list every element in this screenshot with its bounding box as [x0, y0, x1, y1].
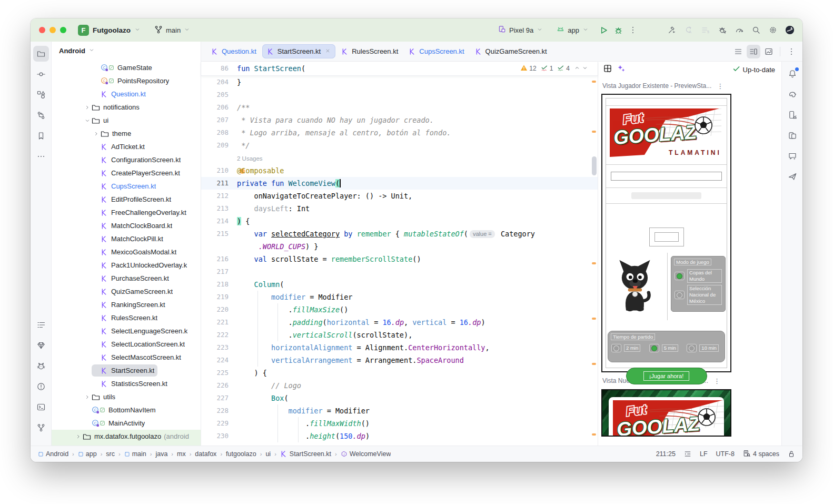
code-line[interactable]: 216 val scrollState = rememberScrollStat… [201, 253, 598, 265]
tree-item[interactable]: QuizGameScreen.kt [52, 285, 201, 298]
breadcrumb-item[interactable]: Android [38, 450, 68, 458]
code-line[interactable]: 206 /** [201, 101, 598, 114]
tool-window-bookmarks[interactable] [33, 128, 49, 144]
tree-item[interactable]: C BottomNavItem [52, 403, 201, 417]
tool-window-more-tool-windows[interactable] [33, 149, 49, 164]
tree-item[interactable]: notifications [52, 101, 201, 114]
file-encoding[interactable]: UTF-8 [716, 450, 735, 458]
refactor-code-button[interactable]: A [681, 23, 696, 37]
code-editor[interactable]: 86 fun StartScreen( 12 1 4 [201, 62, 598, 446]
code-line[interactable]: 217 [201, 265, 598, 278]
minimize-button[interactable] [49, 27, 56, 33]
breadcrumb-item[interactable]: StartScreen.kt [280, 450, 331, 458]
attach-debugger-button[interactable] [715, 23, 730, 37]
tree-item[interactable]: MatchClockBoard.kt [52, 219, 201, 232]
chevron-right-icon[interactable] [74, 433, 83, 440]
device-selector[interactable]: Pixel 9a [498, 25, 543, 35]
sticky-header-line[interactable]: 86 fun StartScreen( 12 1 4 [201, 62, 598, 76]
grid-layout-icon[interactable] [603, 64, 612, 75]
lock-open-icon[interactable] [788, 450, 795, 458]
code-line[interactable]: 229 .fillMaxWidth() [201, 417, 598, 430]
tool-window-notifications[interactable] [785, 66, 800, 82]
tree-item[interactable]: CreatePlayerScreen.kt [52, 166, 201, 180]
code-line[interactable]: 230 .height(150.dp) [201, 430, 598, 442]
tree-item[interactable]: SelectLenguageScreen.k [52, 324, 201, 338]
tree-item[interactable]: CupsScreen.kt [52, 180, 201, 193]
kebab-menu-icon[interactable]: ⋮ [713, 377, 720, 385]
task-list-button[interactable]: 5 [698, 23, 713, 37]
ai-sparkles-icon[interactable] [617, 64, 626, 75]
project-widget[interactable]: F Futgoolazo [78, 25, 141, 36]
tree-item[interactable]: Pack1UnlockedOverlay.k [52, 259, 201, 272]
tree-item[interactable]: Question.kt [52, 87, 201, 101]
tool-window-terminal[interactable] [33, 399, 49, 415]
tool-window-gradle[interactable] [785, 86, 800, 102]
tab-StartScreen.kt[interactable]: StartScreen.kt [262, 44, 335, 58]
code-line[interactable]: 205 [201, 88, 598, 101]
tree-item[interactable]: mx.datafox.futgoolazo (android [52, 430, 201, 443]
code-line[interactable]: 222 .verticalScroll(scrollState), [201, 329, 598, 341]
tool-window-logcat[interactable] [33, 358, 49, 374]
chevron-up-icon[interactable] [574, 65, 580, 73]
kebab-menu-icon[interactable]: ⋮ [717, 82, 723, 90]
code-line[interactable]: 223 horizontalAlignment = Alignment.Cent… [201, 341, 598, 354]
code-line[interactable]: 204 } [201, 76, 598, 88]
tool-window-app-quality-insights[interactable] [33, 338, 49, 353]
tree-item[interactable]: PurchaseScreen.kt [52, 272, 201, 285]
breadcrumb-item[interactable]: java [155, 450, 167, 458]
tree-item[interactable]: C MainActivity [52, 417, 201, 430]
tree-item[interactable]: EditProfileScreen.kt [52, 193, 201, 206]
tree-item[interactable]: theme [52, 127, 201, 140]
tool-window-resource-manager[interactable] [33, 87, 49, 103]
code-area[interactable]: 204 } 205 206 /** 207 * Vista para cuand… [201, 76, 598, 446]
project-view-selector[interactable]: Android [52, 42, 201, 60]
inspection-widget[interactable]: 12 1 4 [520, 64, 598, 73]
tab-CupsScreen.kt[interactable]: CupsScreen.kt [404, 44, 469, 58]
chevron-right-icon[interactable] [83, 104, 92, 111]
debug-button[interactable] [611, 23, 626, 37]
tree-item[interactable]: MatchClockPill.kt [52, 232, 201, 245]
tree-item[interactable]: SelectLocationScreen.kt [52, 338, 201, 351]
build-and-run-button[interactable] [665, 23, 679, 37]
code-line[interactable]: 212 onNavigateToCreatePlayer: () -> Unit… [201, 190, 598, 202]
tool-window-device-manager[interactable] [785, 107, 800, 123]
editor-more-options-button[interactable] [785, 45, 798, 58]
close-button[interactable] [39, 27, 45, 33]
design-view-button[interactable] [762, 45, 776, 58]
tree-item[interactable]: StartScreen.kt [52, 364, 201, 377]
tree-item[interactable]: MexicoGoalsModal.kt [52, 245, 201, 259]
tool-window-gemini-chat[interactable] [785, 148, 800, 164]
code-line[interactable]: 213 daysLeft: Int [201, 202, 598, 215]
code-line[interactable]: 220 .fillMaxSize() [201, 303, 598, 316]
code-line[interactable]: .WORLD_CUPS) } [201, 240, 598, 253]
tab-Question.kt[interactable]: Question.kt [206, 44, 261, 58]
code-line[interactable]: 224 verticalArrangement = Arrangement.Sp… [201, 354, 598, 367]
breadcrumb-item[interactable]: src [106, 450, 115, 458]
code-line[interactable]: 211 private fun WelcomeView( [201, 177, 598, 190]
tree-item[interactable]: StatisticsScreen.kt [52, 377, 201, 390]
caret-position[interactable]: 211:25 [656, 450, 676, 458]
breadcrumb-item[interactable]: main [124, 450, 146, 458]
tree-item[interactable]: C PointsRepository [52, 74, 201, 87]
tree-item[interactable]: C GameState [52, 61, 201, 74]
code-line[interactable]: 207 * Vista para cuando NO hay un jugado… [201, 114, 598, 126]
chevron-down-icon[interactable] [582, 65, 588, 73]
tool-window-running-devices[interactable] [785, 127, 800, 143]
tool-window-project[interactable] [33, 46, 49, 62]
run-config-selector[interactable]: app [557, 25, 589, 35]
code-line[interactable]: 225 ) { [201, 367, 598, 379]
code-line[interactable]: 227 Box( [201, 392, 598, 404]
tree-item[interactable]: utils [52, 390, 201, 403]
branch-widget[interactable]: main [154, 25, 190, 35]
scrollbar-thumb[interactable] [592, 156, 597, 175]
editor-scrollbar[interactable] [591, 62, 598, 446]
account-avatar-button[interactable] [782, 23, 797, 37]
more-actions-button[interactable] [626, 23, 640, 37]
tab-RulesScreen.kt[interactable]: RulesScreen.kt [336, 44, 403, 58]
code-line[interactable]: 221 .padding(horizontal = 16.dp, vertica… [201, 316, 598, 329]
chevron-right-icon[interactable] [83, 394, 92, 400]
tree-item[interactable]: AdTicket.kt [52, 140, 201, 153]
code-line[interactable]: 208 * Logo arriba, mensaje al centro, bo… [201, 126, 598, 139]
tool-window-pull-requests[interactable] [33, 107, 49, 123]
code-line[interactable]: 214 ) { [201, 215, 598, 228]
